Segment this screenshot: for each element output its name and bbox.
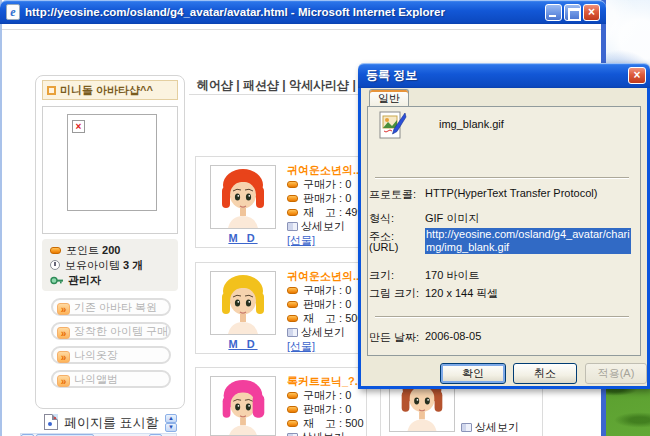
apply-button[interactable]: 적용(A) bbox=[585, 363, 647, 384]
admin-row: 관리자 bbox=[50, 273, 178, 288]
address-sublabel: (URL) bbox=[369, 241, 398, 253]
points-value: 200 bbox=[102, 244, 120, 256]
item-info: 상세보기 [선물] bbox=[461, 420, 519, 436]
detail-icon bbox=[287, 222, 298, 231]
coin-icon bbox=[287, 209, 298, 216]
size-label: 크기: bbox=[369, 268, 394, 283]
ie-page-icon: e bbox=[6, 4, 20, 20]
dialog-close-button[interactable]: × bbox=[628, 67, 646, 84]
sell-price-row: 판매가 : 0 bbox=[287, 402, 364, 416]
item-card-2: M D 귀여운소년의.... 구매가 : 0 판매가 : 0 재 고 : 500… bbox=[195, 262, 367, 354]
item-info: 귀여운소년의.... 구매가 : 0 판매가 : 0 재 고 : 500 상세보… bbox=[287, 269, 365, 353]
coin-icon bbox=[287, 287, 298, 294]
screen: e http://yeosine.com/osland/g4_avatar/av… bbox=[0, 0, 650, 436]
coin-icon bbox=[287, 406, 298, 413]
scroll-up-button[interactable]: ▲ bbox=[165, 414, 177, 423]
buy-equipped-label: 장착한 아이템 구매 bbox=[74, 325, 168, 337]
my-closet-label: 나의옷장 bbox=[74, 349, 118, 361]
sell-price-row: 판매가 : 0 bbox=[287, 191, 365, 205]
item-info: 록커트로닉_?... 구매가 : 0 판매가 : 0 재 고 : 500 상세보… bbox=[287, 374, 364, 436]
admin-key-icon bbox=[50, 276, 64, 285]
tab-accessory-shop[interactable]: 악세사리샵 bbox=[289, 78, 349, 92]
broken-image-icon: × bbox=[72, 120, 85, 133]
account-info-panel: 포인트 200 보유아이템 3 개 관리자 bbox=[42, 239, 178, 291]
detail-link[interactable]: 상세보기 bbox=[475, 421, 519, 433]
created-value: 2006-08-05 bbox=[425, 330, 481, 342]
items-value: 3 개 bbox=[123, 259, 143, 271]
separator bbox=[375, 177, 629, 179]
buy-price-row: 구매가 : 0 bbox=[287, 177, 365, 191]
properties-dialog: 등록 정보 × 일반 img_blank.gif 프로토콜: HTTP(Hype… bbox=[358, 63, 650, 389]
cancel-button[interactable]: 취소 bbox=[513, 363, 577, 384]
stock-row: 재 고 : 500 bbox=[287, 416, 364, 430]
buy-equipped-button[interactable]: »장착한 아이템 구매 bbox=[51, 322, 171, 340]
avatar-image[interactable] bbox=[210, 271, 276, 335]
md-links[interactable]: M D bbox=[210, 232, 276, 244]
ok-button[interactable]: 확인 bbox=[440, 363, 506, 384]
close-button[interactable]: × bbox=[583, 4, 600, 21]
item-card-3: M D 록커트로닉_?... 구매가 : 0 판매가 : 0 재 고 : 500… bbox=[195, 367, 367, 436]
avatar-preview-box: × bbox=[42, 106, 178, 234]
items-row: 보유아이템 3 개 bbox=[50, 258, 178, 273]
detail-row: 상세보기 bbox=[287, 430, 364, 436]
tab-general[interactable]: 일반 bbox=[369, 89, 409, 106]
tab-separator: | bbox=[233, 78, 243, 92]
point-icon bbox=[50, 247, 61, 254]
address-value-selected[interactable]: http://yeosine.com/osland/g4_avatar/char… bbox=[425, 228, 631, 254]
type-label: 형식: bbox=[369, 211, 394, 226]
coin-icon bbox=[287, 195, 298, 202]
restore-avatar-label: 기존 아바타 복원 bbox=[74, 301, 157, 313]
admin-label: 관리자 bbox=[68, 274, 101, 286]
dialog-titlebar[interactable]: 등록 정보 bbox=[358, 63, 650, 88]
window-titlebar[interactable]: e http://yeosine.com/osland/g4_avatar/av… bbox=[0, 0, 606, 24]
protocol-value: HTTP(HyperText Transfer Protocol) bbox=[425, 187, 597, 199]
coin-icon bbox=[287, 420, 298, 427]
avatar-image[interactable] bbox=[210, 376, 276, 436]
dialog-body: 일반 img_blank.gif 프로토콜: HTTP(HyperText Tr… bbox=[358, 88, 650, 389]
detail-icon bbox=[287, 328, 298, 337]
window-title: http://yeosine.com/osland/g4_avatar/avat… bbox=[25, 6, 543, 18]
page-error-text: 페이지를 표시할 bbox=[64, 415, 159, 430]
chevron-icon: » bbox=[57, 375, 70, 387]
tab-hair-shop[interactable]: 헤어샵 bbox=[197, 78, 233, 92]
dimensions-label: 그림 크기: bbox=[369, 286, 419, 301]
shop-grid-icon bbox=[47, 86, 56, 95]
tab-fashion-shop[interactable]: 패션샵 bbox=[243, 78, 279, 92]
item-title[interactable]: 귀여운소년의.... bbox=[287, 269, 365, 283]
sidebar-title: 미니돌 아바타샵^^ bbox=[42, 80, 178, 100]
item-info: 귀여운소년의.... 구매가 : 0 판매가 : 0 재 고 : 499 상세보… bbox=[287, 163, 365, 247]
scroll-down-button[interactable]: ▼ bbox=[165, 423, 177, 432]
my-album-label: 나의앨범 bbox=[74, 373, 118, 385]
points-row: 포인트 200 bbox=[50, 243, 178, 258]
sidebar-title-text: 미니돌 아바타샵^^ bbox=[60, 84, 153, 96]
chevron-icon: » bbox=[57, 303, 70, 315]
detail-link[interactable]: 상세보기 bbox=[301, 220, 345, 232]
my-closet-button[interactable]: »나의옷장 bbox=[51, 346, 171, 364]
minimize-button[interactable] bbox=[545, 4, 562, 21]
created-label: 만든 날짜: bbox=[369, 330, 419, 345]
protocol-label: 프로토콜: bbox=[369, 187, 416, 202]
avatar-preview-frame: × bbox=[67, 114, 157, 211]
gift-row: [선물] bbox=[287, 339, 365, 353]
coin-icon bbox=[287, 315, 298, 322]
detail-row: 상세보기 bbox=[287, 325, 365, 339]
dialog-filename: img_blank.gif bbox=[439, 118, 504, 130]
md-links[interactable]: M D bbox=[210, 338, 276, 350]
detail-link[interactable]: 상세보기 bbox=[301, 431, 345, 436]
type-value: GIF 이미지 bbox=[425, 211, 479, 226]
item-title[interactable]: 귀여운소년의.... bbox=[287, 163, 365, 177]
avatar-image[interactable] bbox=[210, 165, 276, 229]
item-card-1: M D 귀여운소년의.... 구매가 : 0 판매가 : 0 재 고 : 499… bbox=[195, 156, 367, 248]
sidebar: 미니돌 아바타샵^^ × 포인트 200 보유아이템 3 개 관리자 »기존 아… bbox=[35, 75, 185, 409]
page-error-icon bbox=[44, 414, 58, 430]
buy-price-row: 구매가 : 0 bbox=[287, 388, 364, 402]
maximize-button[interactable] bbox=[564, 4, 581, 21]
gift-row: [선물] bbox=[287, 233, 365, 247]
item-title[interactable]: 록커트로닉_?... bbox=[287, 374, 364, 388]
tab-separator: | bbox=[279, 78, 289, 92]
restore-avatar-button[interactable]: »기존 아바타 복원 bbox=[51, 298, 171, 316]
my-album-button[interactable]: »나의앨범 bbox=[51, 370, 171, 388]
detail-link[interactable]: 상세보기 bbox=[301, 326, 345, 338]
gift-link[interactable]: [선물] bbox=[287, 340, 315, 352]
gift-link[interactable]: [선물] bbox=[287, 234, 315, 246]
